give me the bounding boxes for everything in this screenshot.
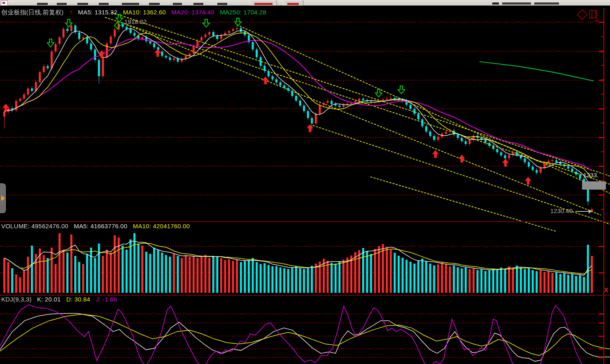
volume-legend: VOLUME: 49562476.00 MA5: 41663776.00 MA1… xyxy=(1,223,193,230)
menu-item[interactable] xyxy=(149,3,160,5)
volume-value: VOLUME: 49562476.00 xyxy=(1,223,68,230)
menu-item[interactable] xyxy=(122,3,139,5)
menu-item[interactable] xyxy=(217,3,227,5)
main-legend: 创业板指(日线.前复权) ↑ MA5: 1315.32 MA10: 1362.6… xyxy=(1,9,270,16)
menu-item[interactable] xyxy=(193,3,203,5)
window-tool-frame xyxy=(596,10,597,21)
menu-item[interactable] xyxy=(37,3,48,5)
expand-arrow-icon xyxy=(1,195,5,201)
window-tool-icon[interactable] xyxy=(589,10,596,19)
sidebar-expand-handle[interactable] xyxy=(0,183,6,213)
kdj-j-value: J: -1.66 xyxy=(96,296,117,303)
menu-item[interactable] xyxy=(99,3,109,5)
ma5-value: MA5: 1315.32 xyxy=(78,9,118,16)
app-icon xyxy=(1,0,8,6)
symbol-title: 创业板指(日线.前复权) xyxy=(1,9,64,16)
menu-status-icon xyxy=(492,2,499,5)
stock-app-window: 创业板指(日线.前复权) ↑ MA5: 1315.32 MA10: 1362.6… xyxy=(0,0,610,364)
menu-red-button[interactable] xyxy=(250,0,277,6)
volume-ma10: MA10: 42041760.00 xyxy=(133,223,190,230)
kdj-legend: KDJ(9,3,3) K: 20.01 D: 30.84 J: -1.66 xyxy=(1,296,121,303)
volume-ma5: MA5: 41663776.00 xyxy=(74,223,127,230)
trend-arrow-icon xyxy=(575,211,589,212)
menu-status-text xyxy=(534,2,559,5)
ma10-value: MA10: 1362.60 xyxy=(123,9,166,16)
menu-item[interactable] xyxy=(57,3,67,5)
menu-status-text xyxy=(502,2,531,5)
up-arrow-icon: ↑ xyxy=(69,9,72,16)
menubar[interactable] xyxy=(0,0,610,6)
price-tag xyxy=(582,181,606,190)
chart-canvas[interactable] xyxy=(0,0,610,364)
menu-red-button[interactable] xyxy=(283,0,303,6)
peak-price-label: 1918.22 xyxy=(124,18,147,25)
kdj-name: KDJ(9,3,3) xyxy=(1,296,32,303)
ma250-value: MA250: 1704.28 xyxy=(220,9,266,16)
kdj-d-value: D: 30.84 xyxy=(66,296,90,303)
menu-item[interactable] xyxy=(77,3,88,5)
trend-arrowhead-icon xyxy=(589,209,592,213)
close-pane-button[interactable]: X xyxy=(604,286,608,293)
kdj-k-value: K: 20.01 xyxy=(37,296,61,303)
ma20-value: MA20: 1374.40 xyxy=(171,9,214,16)
last-price-label: 1333. xyxy=(583,172,599,179)
window-tool-frame xyxy=(594,21,599,21)
trendline-price-label: 1230.40 xyxy=(550,207,573,214)
menu-item[interactable] xyxy=(173,3,182,5)
